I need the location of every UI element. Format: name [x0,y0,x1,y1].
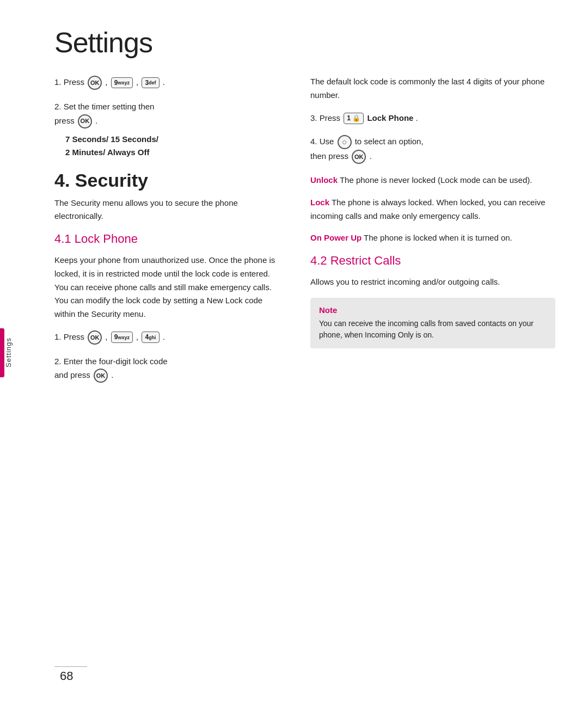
comma2: , [136,77,140,87]
left-column: 1. Press OK , 9wxyz , 3def . 2. Set the … [54,75,305,393]
right-step4: 4. Use ○ to select an option, then press… [310,134,555,164]
ok-button-icon-3: OK [88,330,102,345]
right-column: The default lock code is commonly the la… [305,75,555,393]
note-label: Note [319,305,547,315]
lockphone-step2: 2. Enter the four-digit lock code and pr… [54,354,283,383]
top-step1-text: 1. Press [54,77,87,87]
key-3def: 3def [142,77,159,89]
section42-heading: 4.2 Restrict Calls [310,254,555,268]
key-9wxyz: 9wxyz [111,77,133,89]
sidebar-label: Settings [2,331,15,374]
lock-term: Lock [310,198,329,207]
ok-button-icon-5: OK [352,150,366,164]
section41-heading: 4.1 Lock Phone [54,232,283,246]
page-container: Settings Settings 1. Press OK , 9wxyz , … [0,0,588,705]
page-number: 68 [60,669,73,683]
lock-description: Lock The phone is always locked. When lo… [310,196,555,223]
note-box: Note You can receive the incoming calls … [310,298,555,348]
lockphone-step1: 1. Press OK , 9wxyz , 4ghi . [54,330,283,345]
top-step2: 2. Set the timer setting then press OK .… [54,100,283,159]
timer-options: 7 Seconds/ 15 Seconds/2 Minutes/ Always … [65,133,283,159]
ok-button-icon: OK [88,76,102,90]
top-step2-line1: 2. Set the timer setting then [54,100,283,114]
lockphone-step2-line2: and press OK . [54,368,283,383]
key-9wxyz-2: 9wxyz [111,332,133,343]
ok-button-icon-2: OK [78,114,92,128]
key-1-lock: 1 🔒 [344,113,364,124]
period1: . [163,77,165,87]
section42-body: Allows you to restrict incoming and/or o… [310,275,555,289]
nav-icon: ○ [338,135,352,149]
section4-heading: 4. Security [54,170,283,191]
right-step3: 3. Press 1 🔒 Lock Phone . [310,111,555,125]
unlock-description: Unlock The phone is never locked (Lock m… [310,174,555,187]
key-4ghi: 4ghi [142,332,159,343]
page-title: Settings [54,26,555,59]
page-rule [54,666,87,667]
section41-body: Keeps your phone from unauthorized use. … [54,254,283,321]
sidebar-tab: Settings [0,320,16,385]
section4-intro: The Security menu allows you to secure t… [54,197,283,224]
unlock-term: Unlock [310,175,338,185]
note-text: You can receive the incoming calls from … [319,318,547,341]
comma1: , [105,77,109,87]
top-step2-line2: press OK . [54,114,283,128]
ok-button-icon-4: OK [94,369,108,383]
lockphone-step2-line1: 2. Enter the four-digit lock code [54,354,283,369]
default-lock-text: The default lock code is commonly the la… [310,75,555,102]
top-step1: 1. Press OK , 9wxyz , 3def . [54,75,283,90]
onpowerup-description: On Power Up The phone is locked when it … [310,231,555,245]
lock-phone-label: Lock Phone [367,113,413,122]
onpowerup-term: On Power Up [310,233,362,242]
